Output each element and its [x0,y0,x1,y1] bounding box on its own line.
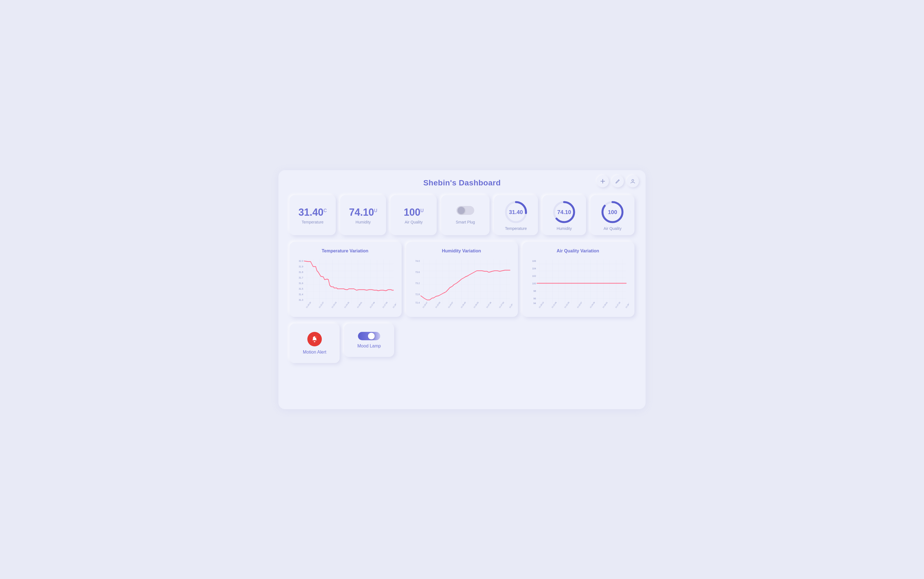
svg-text:72.8: 72.8 [415,293,420,296]
svg-text:72.4: 72.4 [415,301,420,304]
svg-text:73.6: 73.6 [415,270,420,273]
gauge-temp-value: 31.40 [509,209,523,215]
stat-card-humidity: 74.10U Humidity [340,195,387,235]
add-button[interactable] [596,175,609,187]
bell-icon [311,335,318,343]
mood-toggle-knob [368,333,375,339]
stat-cards-row: 31.40C Temperature 74.10U Humidity 100U … [290,195,634,235]
user-icon [630,179,635,184]
svg-text:96: 96 [534,297,536,299]
dashboard: Shebin's Dashboard 31.40C Temperature 74… [279,170,645,409]
svg-text:98: 98 [534,290,536,292]
mood-lamp-card: Mood Lamp [344,324,394,357]
charts-row: Temperature Variation 32.0 31.9 31.8 31.… [290,242,634,317]
svg-text:31.7: 31.7 [299,276,303,279]
gauge-air-label: Air Quality [604,226,622,231]
chart-humidity-title: Humidity Variation [411,249,513,254]
stat-card-temperature: 31.40C Temperature [290,195,336,235]
air-quality-label: Air Quality [405,220,423,224]
pencil-icon [615,179,620,184]
humidity-value: 74.10U [349,207,377,218]
bottom-cards-row: Motion Alert Mood Lamp [290,324,634,363]
gauge-humidity-label: Humidity [557,226,572,231]
smart-plug-label: Smart Plug [455,220,475,224]
svg-text:94: 94 [534,302,536,304]
gauge-card-temperature: 31.40 Temperature [494,195,538,235]
svg-text:31.5: 31.5 [299,287,303,290]
svg-text:73.2: 73.2 [415,281,420,285]
chart-temp-title: Temperature Variation [294,249,396,254]
gauge-humidity-value: 74.10 [557,209,571,215]
gauge-humidity: 74.10 [552,200,577,225]
svg-text:31.6: 31.6 [299,281,303,285]
mood-lamp-label: Mood Lamp [357,343,381,348]
chart-air-quality: Air Quality Variation 106 104 102 100 98 [523,242,634,317]
profile-button[interactable] [627,175,639,187]
bell-icon-wrapper [307,332,322,346]
mood-lamp-toggle[interactable] [358,332,380,340]
gauge-temp-label: Temperature [505,226,527,231]
plus-icon [600,179,605,184]
svg-text:102: 102 [532,274,536,277]
page-title: Shebin's Dashboard [290,178,634,187]
humidity-label: Humidity [356,220,370,224]
gauge-card-air-quality: 100 Air Quality [590,195,634,235]
svg-text:104: 104 [532,267,536,270]
motion-alert-card: Motion Alert [290,324,340,363]
svg-point-57 [315,336,317,338]
toggle-knob [457,207,465,214]
chart-temp-area: 32.0 31.9 31.8 31.7 31.6 31.5 31.4 31.3 … [294,257,396,312]
gauge-air-quality: 100 [600,200,625,225]
svg-text:32.0: 32.0 [299,259,303,262]
top-buttons [596,175,639,187]
svg-point-2 [632,179,634,181]
svg-text:31.9: 31.9 [299,265,303,268]
chart-air-title: Air Quality Variation [527,249,629,254]
stat-card-air-quality: 100U Air Quality [390,195,437,235]
air-quality-value: 100U [404,207,424,218]
svg-text:31.3: 31.3 [299,298,303,301]
svg-text:31.4: 31.4 [299,293,303,296]
chart-humidity-area: 74.0 73.6 73.2 72.8 72.4 11:20:47 11:22:… [411,257,513,312]
chart-air-area: 106 104 102 100 98 96 94 11:20:13 11:21:… [527,257,629,312]
smart-plug-card: Smart Plug [441,195,490,235]
temperature-value: 31.40C [298,207,327,218]
chart-temperature: Temperature Variation 32.0 31.9 31.8 31.… [290,242,401,317]
gauge-card-humidity: 74.10 Humidity [542,195,587,235]
gauge-temperature: 31.40 [503,200,529,225]
svg-text:106: 106 [532,259,536,262]
svg-rect-40 [537,260,626,304]
edit-button[interactable] [612,175,624,187]
gauge-air-value: 100 [608,209,617,215]
motion-alert-label: Motion Alert [303,350,326,355]
svg-text:31.8: 31.8 [299,270,303,273]
chart-humidity: Humidity Variation 74.0 73.6 73.2 72.8 7… [406,242,518,317]
svg-text:100: 100 [532,282,536,285]
smart-plug-toggle[interactable] [456,206,474,215]
svg-text:74.0: 74.0 [415,259,420,262]
temperature-label: Temperature [302,220,324,224]
svg-rect-9 [304,260,393,304]
